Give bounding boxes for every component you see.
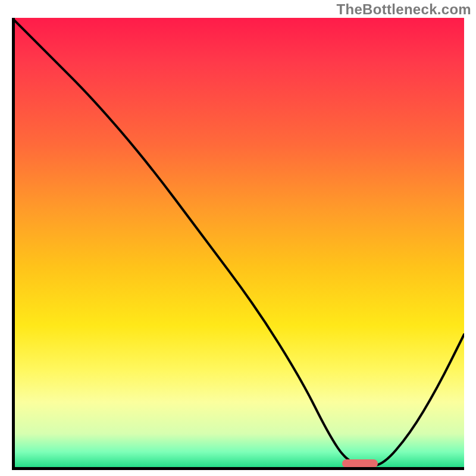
watermark-text: TheBottleneck.com <box>337 1 471 18</box>
gradient-plot-area <box>12 18 464 470</box>
chart-stage: TheBottleneck.com <box>0 0 476 476</box>
optimal-range-dash <box>342 459 378 468</box>
